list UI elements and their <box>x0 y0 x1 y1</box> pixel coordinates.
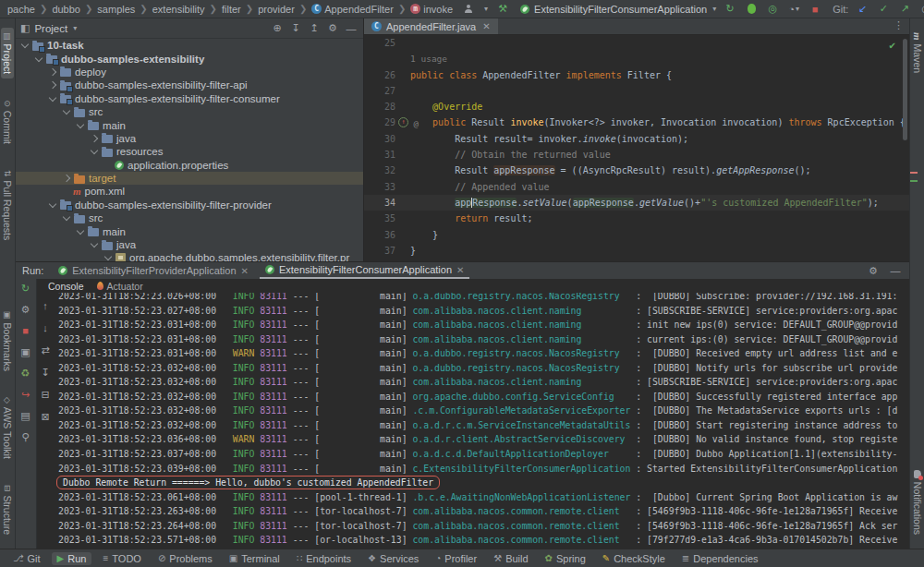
editor[interactable]: C AppendedFilter.java ✕ ⋮ 251 usage26pub… <box>364 18 909 261</box>
tree-item-application.properties[interactable]: application.properties <box>15 159 363 172</box>
chevron-down-icon[interactable]: ▾ <box>73 24 77 32</box>
close-icon[interactable]: ✕ <box>456 265 464 275</box>
chevron-down-icon[interactable] <box>91 240 98 247</box>
settings-icon[interactable]: ⚙ <box>326 22 339 35</box>
soft-wrap-icon[interactable]: ⇄ <box>39 344 52 356</box>
commit-icon[interactable]: ✓ <box>877 3 890 16</box>
tree-item-deploy[interactable]: deploy <box>15 66 363 78</box>
breadcrumb-item[interactable]: filter <box>220 4 243 15</box>
rerun-icon[interactable]: ↻ <box>19 282 32 295</box>
statusbar-item-services[interactable]: ❖Services <box>362 552 424 565</box>
build-hammer-icon[interactable]: ⚒ <box>496 3 509 16</box>
tree-item-dubbo-samples-extensibility[interactable]: dubbo-samples-extensibility <box>15 52 363 65</box>
statusbar-item-spring[interactable]: ✿Spring <box>540 552 591 565</box>
breadcrumb-item[interactable]: minvoke <box>408 4 455 15</box>
tree-item-main[interactable]: main <box>15 224 363 237</box>
stripe-item-notifications[interactable]: Notifications <box>911 465 924 539</box>
clear-icon[interactable]: ⊠ <box>39 410 52 423</box>
tree-item-org.apache.dubbo.samples.extensibility.filter.pr[interactable]: org.apache.dubbo.samples.extensibility.f… <box>15 251 363 261</box>
profiler-icon[interactable]: ◔▾ <box>787 3 800 16</box>
minimize-icon[interactable]: — <box>889 264 902 277</box>
statusbar-item-endpoints[interactable]: ∷Endpoints <box>291 552 357 565</box>
stripe-item-structure[interactable]: ⊟Structure <box>1 480 14 539</box>
gc-icon[interactable]: ♻ <box>19 367 32 380</box>
chevron-down-icon[interactable] <box>49 94 56 102</box>
debug-icon[interactable] <box>745 3 758 16</box>
down-icon[interactable]: ↓ <box>39 321 52 334</box>
tree-item-main[interactable]: main <box>15 118 363 131</box>
tree-item-dubbo-samples-extensibility-filter-consumer[interactable]: dubbo-samples-extensibility-filter-consu… <box>15 92 363 105</box>
chevron-down-icon[interactable] <box>91 147 98 154</box>
close-icon[interactable]: ✕ <box>241 266 249 276</box>
subtab-actuator[interactable]: Actuator <box>97 281 143 292</box>
chevron-down-icon[interactable] <box>77 226 84 234</box>
console-output[interactable]: 2023-01-31T18:52:23.026+08:00 INFO 83111… <box>54 293 909 549</box>
chevron-down-icon[interactable] <box>63 213 70 221</box>
push-icon[interactable]: ↗ <box>898 3 911 16</box>
scroll-end-icon[interactable]: ↧ <box>39 366 52 379</box>
coverage-icon[interactable]: ◎ <box>766 3 779 16</box>
chevron-down-icon[interactable] <box>63 107 70 115</box>
tree-item-src[interactable]: src <box>15 211 363 224</box>
editor-tab[interactable]: C AppendedFilter.java ✕ <box>364 18 498 34</box>
tree-item-10-task[interactable]: 10-task <box>15 39 363 52</box>
run-tab[interactable]: ExtensibilityFilterConsumerApplication✕ <box>260 262 469 279</box>
editor-scrollbar[interactable] <box>903 39 907 140</box>
statusbar-item-problems[interactable]: ⊘Problems <box>152 552 218 565</box>
chevron-right-icon[interactable] <box>63 175 70 182</box>
expand-all-icon[interactable]: ↧ <box>289 22 302 35</box>
stripe-item-commit[interactable]: ⊙Commit <box>1 95 14 149</box>
locate-icon[interactable]: ⊕ <box>271 22 284 35</box>
tree-item-java[interactable]: java <box>15 132 363 145</box>
settings-wrench-icon[interactable]: ⚙ <box>19 303 32 316</box>
tree-item-src[interactable]: src <box>15 105 363 118</box>
stripe-item-bookmarks[interactable]: ▣Bookmarks <box>1 307 14 376</box>
tree-item-java[interactable]: java <box>15 238 363 251</box>
tree-item-resources[interactable]: resources <box>15 145 363 158</box>
statusbar-item-dependencies[interactable]: ≣Dependencies <box>676 552 764 565</box>
chevron-right-icon[interactable] <box>49 68 56 76</box>
profile-icon[interactable] <box>462 3 475 16</box>
chevron-down-icon[interactable] <box>35 54 43 61</box>
chevron-right-icon[interactable] <box>49 81 56 89</box>
breadcrumb-item[interactable]: samples <box>95 4 137 15</box>
statusbar-item-run[interactable]: ▶Run <box>52 552 92 565</box>
override-gutter-icon[interactable]: ↑ <box>398 117 408 127</box>
stop-icon[interactable]: ■ <box>808 3 821 16</box>
layout-icon[interactable]: ▤ <box>19 409 32 422</box>
close-icon[interactable]: ✕ <box>482 21 490 31</box>
project-title[interactable]: Project <box>34 23 67 34</box>
breadcrumb-item[interactable]: extensibility <box>151 4 207 15</box>
stripe-item-pull-requests[interactable]: ⇅Pull Requests <box>1 165 14 245</box>
update-icon[interactable]: ↙ <box>856 3 869 16</box>
gear-icon[interactable]: ⚙ <box>867 264 880 277</box>
inspections-ok-icon[interactable]: ✔ <box>889 41 896 51</box>
breadcrumb-item[interactable]: CAppendedFilter <box>310 4 395 15</box>
breadcrumb-item[interactable]: pache <box>6 4 37 15</box>
statusbar-item-build[interactable]: ⚒Build <box>488 552 533 565</box>
chevron-down-icon[interactable] <box>104 253 112 260</box>
tree-item-pom.xml[interactable]: mpom.xml <box>15 185 363 198</box>
breadcrumb-item[interactable]: dubbo <box>50 4 82 15</box>
tree-item-dubbo-samples-extensibility-filter-api[interactable]: dubbo-samples-extensibility-filter-api <box>15 78 363 91</box>
statusbar-item-terminal[interactable]: ▣Terminal <box>224 552 286 565</box>
statusbar-item-todo[interactable]: ≡TODO <box>97 552 146 565</box>
usages-inlay[interactable]: 1 usage <box>364 51 447 66</box>
statusbar-item-checkstyle[interactable]: ✎CheckStyle <box>597 552 671 565</box>
collapse-all-icon[interactable]: ↥ <box>308 22 321 35</box>
snapshot-icon[interactable]: ▣ <box>19 345 32 358</box>
chevron-down-icon[interactable] <box>77 120 84 127</box>
more-options-icon[interactable]: ⋮ <box>894 19 904 31</box>
up-icon[interactable]: ↑ <box>39 299 52 312</box>
print-icon[interactable]: ⊟ <box>39 388 52 401</box>
breadcrumb-item[interactable]: provider <box>256 4 297 15</box>
rerun-icon[interactable]: ↻ <box>723 3 736 16</box>
hide-icon[interactable]: — <box>345 22 358 35</box>
chevron-right-icon[interactable] <box>91 135 98 142</box>
tree-item-target[interactable]: target <box>15 172 363 185</box>
run-configuration-select[interactable]: ExtensibilityFilterConsumerApplication ▾ <box>520 4 716 15</box>
chevron-down-icon[interactable] <box>21 41 29 48</box>
history-icon[interactable]: ◷ <box>919 3 924 16</box>
pin-icon[interactable]: ⚲ <box>19 430 32 443</box>
subtab-console[interactable]: Console <box>48 281 84 292</box>
